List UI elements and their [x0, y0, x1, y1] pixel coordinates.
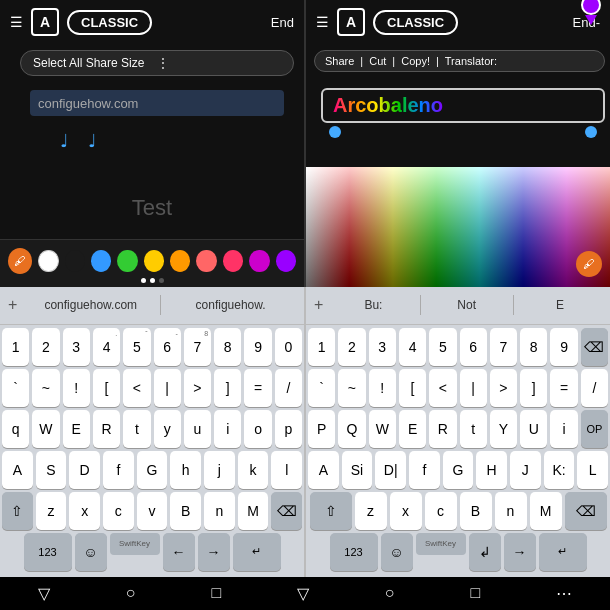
rkey-eq[interactable]: = [550, 369, 577, 407]
color-purple[interactable] [276, 250, 296, 272]
rkey-g[interactable]: G [443, 451, 474, 489]
right-autocomplete-word1[interactable]: Bu: [331, 298, 415, 312]
rkey-si[interactable]: Si [342, 451, 373, 489]
color-black[interactable] [65, 250, 85, 272]
nav-recent-left[interactable]: □ [211, 584, 221, 602]
key-enter-small[interactable]: ↲ [469, 533, 501, 571]
color-pin[interactable] [581, 0, 605, 25]
key-h[interactable]: h [170, 451, 201, 489]
rkey-5[interactable]: 5 [429, 328, 456, 366]
key-p[interactable]: p [275, 410, 302, 448]
key-g[interactable]: G [137, 451, 168, 489]
key-y[interactable]: y [154, 410, 181, 448]
key-tilde[interactable]: ~ [32, 369, 59, 407]
key-shift-right[interactable]: ⇧ [310, 492, 352, 530]
right-autocomplete-plus[interactable]: + [314, 296, 323, 314]
left-font-button[interactable]: A [31, 8, 59, 36]
rkey-9[interactable]: 9 [550, 328, 577, 366]
rkey-tl[interactable]: ~ [338, 369, 365, 407]
nav-back[interactable]: ▽ [38, 584, 50, 603]
rkey-e[interactable]: E [399, 410, 426, 448]
key-123-left[interactable]: 123 [24, 533, 72, 571]
rkey-c[interactable]: c [425, 492, 457, 530]
rkey-gt[interactable]: > [490, 369, 517, 407]
key-t[interactable]: t [123, 410, 150, 448]
key-lbracket[interactable]: [ [93, 369, 120, 407]
rkey-8[interactable]: 8 [520, 328, 547, 366]
key-2[interactable]: 2 [32, 328, 59, 366]
color-orange[interactable] [170, 250, 190, 272]
key-emoji-right[interactable]: ☺ [381, 533, 413, 571]
left-eyedropper[interactable]: 🖋 [8, 248, 32, 274]
key-1[interactable]: 1 [2, 328, 29, 366]
key-lt[interactable]: < [123, 369, 150, 407]
key-3[interactable]: 3 [63, 328, 90, 366]
key-enter-left[interactable]: ↵ [233, 533, 281, 571]
rkey-4[interactable]: 4 [399, 328, 426, 366]
right-color-picker[interactable] [306, 167, 610, 287]
key-d[interactable]: D [69, 451, 100, 489]
rkey-7[interactable]: 7 [490, 328, 517, 366]
key-shift-left[interactable]: ⇧ [2, 492, 33, 530]
key-b[interactable]: B [170, 492, 201, 530]
key-w[interactable]: W [32, 410, 59, 448]
rkey-q[interactable]: Q [338, 410, 365, 448]
right-menu-icon[interactable]: ☰ [316, 14, 329, 30]
key-f[interactable]: f [103, 451, 134, 489]
key-delete-right[interactable]: ⌫ [565, 492, 607, 530]
nav-down[interactable]: ▽ [297, 584, 309, 603]
key-v[interactable]: v [137, 492, 168, 530]
key-i[interactable]: i [214, 410, 241, 448]
key-delete-left[interactable]: ⌫ [271, 492, 302, 530]
swiftkey-left[interactable]: SwiftKey [110, 533, 160, 555]
key-gt[interactable]: > [184, 369, 211, 407]
left-autocomplete-plus[interactable]: + [8, 296, 17, 314]
color-pink[interactable] [223, 250, 243, 272]
key-o[interactable]: o [244, 410, 271, 448]
rkey-z[interactable]: z [355, 492, 387, 530]
key-backtick[interactable]: ` [2, 369, 29, 407]
color-blue[interactable] [91, 250, 111, 272]
rkey-del2[interactable]: ⌫ [581, 328, 608, 366]
rkey-w[interactable]: W [369, 410, 396, 448]
key-l[interactable]: l [271, 451, 302, 489]
right-eyedropper[interactable]: 🖋 [576, 251, 602, 277]
right-autocomplete-word2[interactable]: Not [425, 298, 509, 312]
key-0[interactable]: 0 [275, 328, 302, 366]
rkey-op[interactable]: OP [581, 410, 608, 448]
rkey-l[interactable]: L [577, 451, 608, 489]
key-k[interactable]: k [238, 451, 269, 489]
rkey-1[interactable]: 1 [308, 328, 335, 366]
color-magenta[interactable] [249, 250, 269, 272]
key-j[interactable]: j [204, 451, 235, 489]
rkey-rb[interactable]: ] [520, 369, 547, 407]
key-pipe[interactable]: | [154, 369, 181, 407]
key-s[interactable]: S [36, 451, 67, 489]
rkey-lb[interactable]: [ [399, 369, 426, 407]
right-classic-button[interactable]: CLASSIC [373, 10, 458, 35]
nav-recent-right[interactable]: □ [470, 584, 480, 602]
key-8[interactable]: 8 [214, 328, 241, 366]
rkey-f[interactable]: f [409, 451, 440, 489]
key-rbracket[interactable]: ] [214, 369, 241, 407]
rkey-sl[interactable]: / [581, 369, 608, 407]
key-a[interactable]: A [2, 451, 33, 489]
right-font-button[interactable]: A [337, 8, 365, 36]
rkey-i[interactable]: i [550, 410, 577, 448]
key-c[interactable]: c [103, 492, 134, 530]
key-5[interactable]: 5ˇ [123, 328, 150, 366]
rkey-pp[interactable]: | [460, 369, 487, 407]
right-autocomplete-word3[interactable]: E [518, 298, 602, 312]
key-6[interactable]: 6- [154, 328, 181, 366]
rkey-u[interactable]: U [520, 410, 547, 448]
color-yellow[interactable] [144, 250, 164, 272]
key-enter-right[interactable]: ↵ [539, 533, 587, 571]
key-9[interactable]: 9 [244, 328, 271, 366]
key-q[interactable]: q [2, 410, 29, 448]
color-white[interactable] [38, 250, 59, 272]
key-z[interactable]: z [36, 492, 67, 530]
key-emoji-left[interactable]: ☺ [75, 533, 107, 571]
swiftkey-right[interactable]: SwiftKey [416, 533, 466, 555]
left-autocomplete-word1[interactable]: configuehow.com [25, 298, 156, 312]
key-arrow-right-right[interactable]: → [504, 533, 536, 571]
